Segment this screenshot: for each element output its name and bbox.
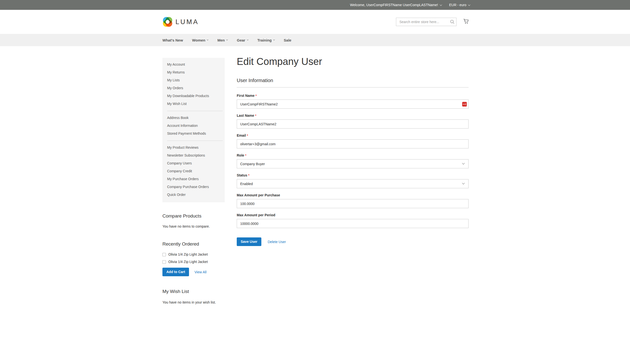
page-title: Edit Company User — [237, 56, 468, 67]
chevron-down-icon — [462, 182, 464, 184]
search-input[interactable] — [396, 18, 456, 26]
first-name-input[interactable] — [237, 100, 468, 109]
sidebar-item-my-wish-list[interactable]: My Wish List — [162, 100, 225, 108]
field-status: Status* Enabled — [237, 173, 468, 188]
field-first-name: First Name* — [237, 94, 468, 109]
password-manager-icon[interactable] — [462, 102, 467, 106]
customer-welcome-menu[interactable]: Welcome, UserCompFIRSTName UserCompLASTN… — [350, 3, 442, 7]
wishlist-empty-text: You have no items in your wish list. — [162, 300, 225, 305]
nav-item-gear[interactable]: Gear — [237, 34, 248, 46]
recent-item-label[interactable]: Olivia 1/4 Zip Light Jacket — [168, 252, 208, 257]
sidebar-item-stored-payment-methods[interactable]: Stored Payment Methods — [162, 130, 225, 138]
compare-products-title: Compare Products — [162, 213, 225, 219]
sidebar-item-my-orders[interactable]: My Orders — [162, 84, 225, 92]
search-box — [396, 18, 456, 26]
sidebar-item-my-purchase-orders[interactable]: My Purchase Orders — [162, 175, 225, 183]
nav-item-women[interactable]: Women — [192, 34, 208, 46]
sidebar-item-address-book[interactable]: Address Book — [162, 114, 225, 122]
sidebar-item-my-downloadable-products[interactable]: My Downloadable Products — [162, 92, 225, 100]
currency-label: EUR - euro — [449, 3, 466, 7]
nav-item-sale[interactable]: Sale — [284, 34, 292, 46]
delete-user-link[interactable]: Delete User — [268, 240, 286, 244]
luma-logo[interactable]: LUMA — [162, 17, 199, 27]
field-max-amount-per-purchase: Max Amount per Purchase — [237, 193, 468, 208]
last-name-label: Last Name — [237, 114, 254, 118]
divider — [167, 141, 223, 141]
status-selected-value: Enabled — [240, 182, 253, 186]
max-period-input[interactable] — [237, 219, 468, 228]
status-select[interactable]: Enabled — [237, 179, 468, 188]
divider — [167, 111, 223, 111]
recently-ordered-item: Olivia 1/4 Zip Light Jacket — [162, 260, 225, 264]
add-to-cart-button[interactable]: Add to Cart — [162, 268, 189, 276]
recent-item-checkbox[interactable] — [162, 260, 166, 264]
section-title-user-information: User Information — [237, 78, 468, 87]
role-label: Role — [237, 153, 244, 157]
role-select[interactable]: Company Buyer — [237, 159, 468, 168]
email-input[interactable] — [237, 139, 468, 149]
nav-item-men[interactable]: Men — [217, 34, 228, 46]
recent-item-label[interactable]: Olivia 1/4 Zip Light Jacket — [168, 260, 208, 264]
last-name-input[interactable] — [237, 119, 468, 129]
required-asterisk: * — [248, 174, 250, 177]
chevron-down-icon — [247, 39, 248, 40]
max-purchase-input[interactable] — [237, 199, 468, 208]
chevron-down-icon — [462, 162, 464, 165]
compare-empty-text: You have no items to compare. — [162, 224, 225, 229]
sidebar-item-company-purchase-orders[interactable]: Company Purchase Orders — [162, 183, 225, 191]
sidebar-item-account-information[interactable]: Account Information — [162, 122, 225, 130]
top-panel: Welcome, UserCompFIRSTName UserCompLASTN… — [0, 0, 630, 10]
recently-ordered-item: Olivia 1/4 Zip Light Jacket — [162, 252, 225, 257]
chevron-down-icon — [207, 39, 208, 40]
site-header: LUMA — [0, 10, 630, 34]
sidebar-item-my-returns[interactable]: My Returns — [162, 69, 225, 76]
sidebar-item-company-users[interactable]: Company Users — [162, 160, 225, 167]
currency-switcher[interactable]: EUR - euro — [449, 3, 470, 7]
status-label: Status — [237, 173, 247, 177]
chevron-down-icon — [440, 3, 442, 6]
main-nav: What's New Women Men Gear Training Sale — [0, 34, 630, 46]
sidebar-item-company-credit[interactable]: Company Credit — [162, 167, 225, 175]
max-period-label: Max Amount per Period — [237, 213, 276, 217]
nav-item-whats-new[interactable]: What's New — [162, 34, 183, 46]
role-selected-value: Company Buyer — [240, 162, 265, 166]
luma-logo-icon — [162, 17, 173, 27]
field-max-amount-per-period: Max Amount per Period — [237, 213, 468, 228]
required-asterisk: * — [256, 94, 257, 98]
view-all-link[interactable]: View All — [194, 270, 206, 274]
search-icon[interactable] — [450, 19, 455, 25]
field-email: Email* — [237, 134, 468, 149]
sidebar-item-my-lists[interactable]: My Lists — [162, 76, 225, 84]
account-nav: My Account My Returns My Lists My Orders… — [162, 58, 225, 202]
first-name-label: First Name — [237, 94, 254, 98]
logo-text: LUMA — [176, 18, 199, 26]
save-user-button[interactable]: Save User — [237, 237, 261, 246]
chevron-down-icon — [273, 39, 275, 40]
account-sidebar: My Account My Returns My Lists My Orders… — [162, 46, 225, 305]
sidebar-item-newsletter-subscriptions[interactable]: Newsletter Subscriptions — [162, 152, 225, 160]
email-label: Email — [237, 134, 246, 137]
sidebar-item-my-product-reviews[interactable]: My Product Reviews — [162, 144, 225, 152]
welcome-text: Welcome, UserCompFIRSTName UserCompLASTN… — [350, 3, 438, 7]
required-asterisk: * — [247, 134, 248, 137]
wishlist-title: My Wish List — [162, 289, 225, 294]
chevron-down-icon — [468, 3, 470, 6]
required-asterisk: * — [255, 114, 256, 118]
required-asterisk: * — [245, 154, 246, 157]
main-content: Edit Company User User Information First… — [237, 46, 468, 246]
field-role: Role* Company Buyer — [237, 153, 468, 168]
sidebar-item-my-account[interactable]: My Account — [162, 61, 225, 69]
sidebar-item-quick-order[interactable]: Quick Order — [162, 191, 225, 199]
field-last-name: Last Name* — [237, 114, 468, 129]
recent-item-checkbox[interactable] — [162, 253, 166, 256]
nav-item-training[interactable]: Training — [258, 34, 275, 46]
cart-icon[interactable] — [463, 18, 469, 25]
recently-ordered-title: Recently Ordered — [162, 241, 225, 247]
max-purchase-label: Max Amount per Purchase — [237, 193, 280, 197]
chevron-down-icon — [226, 39, 228, 40]
